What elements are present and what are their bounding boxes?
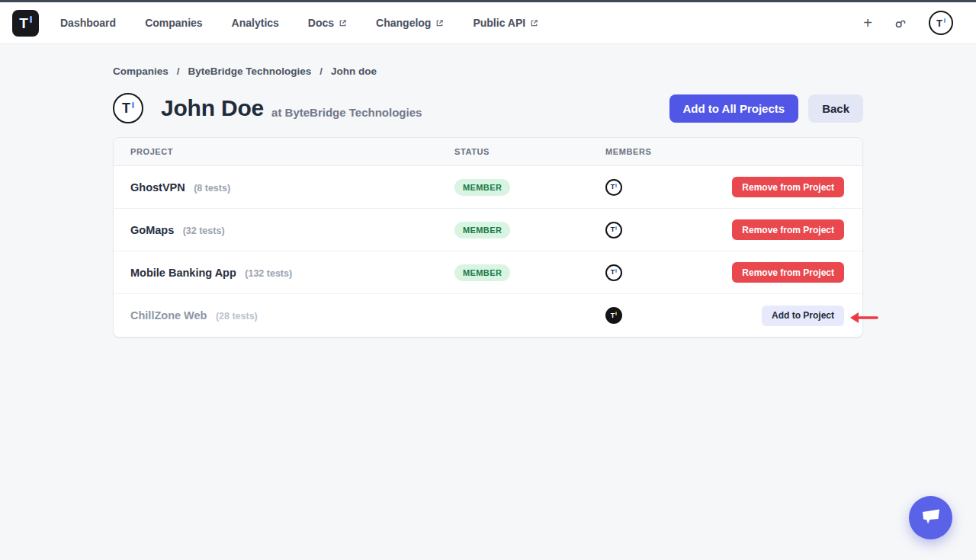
table-row-mobile-banking-app: Mobile Banking App (132 tests) MEMBER T … <box>114 251 862 294</box>
projects-table: PROJECT STATUS MEMBERS GhostVPN (8 tests… <box>113 137 863 338</box>
status-badge: MEMBER <box>454 222 510 238</box>
member-avatar-filled: T <box>605 307 622 324</box>
chat-bubble-icon <box>920 507 941 529</box>
app-logo-letter: T <box>19 16 28 30</box>
nav-item-dashboard[interactable]: Dashboard <box>60 17 116 29</box>
app-logo-accent <box>30 16 32 23</box>
table-row-gomaps: GoMaps (32 tests) MEMBER T Remove from P… <box>114 209 862 251</box>
page-title: John Doe <box>161 95 264 121</box>
project-test-count: (8 tests) <box>194 183 230 194</box>
add-to-all-projects-button[interactable]: Add to All Projects <box>669 94 799 123</box>
breadcrumb-separator: / <box>177 66 180 77</box>
external-link-icon <box>339 19 347 27</box>
status-badge: MEMBER <box>454 264 510 281</box>
project-name: GhostVPN <box>130 181 185 194</box>
status-cell: MEMBER <box>454 179 605 196</box>
member-avatar-accent <box>615 226 617 230</box>
project-test-count: (132 tests) <box>245 268 292 279</box>
page-subtitle: at ByteBridge Technologies <box>271 98 422 119</box>
remove-from-project-button[interactable]: Remove from Project <box>732 219 844 240</box>
status-badge: MEMBER <box>454 179 510 196</box>
header-actions: Add to All Projects Back <box>669 94 863 123</box>
app-logo[interactable]: T <box>12 10 39 37</box>
person-avatar-logo-accent <box>132 102 134 108</box>
nav-links: Dashboard Companies Analytics Docs Chang… <box>60 17 538 29</box>
nav-item-companies[interactable]: Companies <box>145 17 202 29</box>
nav-item-docs[interactable]: Docs <box>308 17 347 29</box>
project-test-count: (32 tests) <box>183 226 225 236</box>
member-avatar-accent <box>615 184 617 187</box>
page-header: T John Doe at ByteBridge Technologies Ad… <box>113 93 863 123</box>
remove-from-project-button[interactable]: Remove from Project <box>732 262 844 283</box>
search-icon[interactable] <box>894 16 907 30</box>
breadcrumb: Companies / ByteBridge Technologies / Jo… <box>113 66 863 77</box>
user-avatar-logo-letter: T <box>936 18 942 28</box>
breadcrumb-companies[interactable]: Companies <box>113 66 169 77</box>
plus-icon[interactable]: + <box>863 15 872 30</box>
member-avatar: T <box>605 179 622 196</box>
table-row-chillzone-web: ChillZone Web (28 tests) T Add to Projec… <box>114 294 862 337</box>
member-avatar: T <box>605 264 622 281</box>
project-test-count: (28 tests) <box>216 311 258 322</box>
main-content: Companies / ByteBridge Technologies / Jo… <box>113 66 863 338</box>
members-cell: T <box>605 307 727 324</box>
remove-from-project-button[interactable]: Remove from Project <box>732 177 844 197</box>
members-cell: T <box>605 264 727 281</box>
external-link-icon <box>435 19 444 27</box>
nav-item-analytics[interactable]: Analytics <box>232 17 279 29</box>
project-name: GoMaps <box>130 224 174 236</box>
action-cell: Remove from Project <box>727 262 844 283</box>
members-cell: T <box>605 222 727 238</box>
members-cell: T <box>605 179 727 196</box>
column-header-members: MEMBERS <box>605 147 727 156</box>
column-header-status: STATUS <box>454 147 605 156</box>
column-header-project: PROJECT <box>130 147 454 156</box>
breadcrumb-company-name[interactable]: ByteBridge Technologies <box>188 66 312 77</box>
person-avatar: T <box>113 93 143 123</box>
status-cell: MEMBER <box>454 222 605 238</box>
nav-item-public-api[interactable]: Public API <box>473 17 538 29</box>
external-link-icon <box>530 19 538 27</box>
action-cell: Remove from Project <box>727 219 844 240</box>
action-cell: Remove from Project <box>727 177 844 197</box>
project-name: ChillZone Web <box>130 309 207 322</box>
navbar-right: + T <box>863 11 964 35</box>
breadcrumb-current-page: John doe <box>331 66 377 77</box>
person-avatar-logo-letter: T <box>122 101 130 115</box>
nav-item-changelog[interactable]: Changelog <box>376 17 444 29</box>
breadcrumb-separator: / <box>319 66 323 77</box>
project-cell: ChillZone Web (28 tests) <box>130 309 454 322</box>
chat-widget-button[interactable] <box>909 496 952 539</box>
table-row-ghostvpn: GhostVPN (8 tests) MEMBER T Remove from … <box>114 166 862 209</box>
project-cell: Mobile Banking App (132 tests) <box>130 266 454 280</box>
top-navbar: T Dashboard Companies Analytics Docs Cha… <box>0 2 976 44</box>
project-cell: GoMaps (32 tests) <box>130 223 454 237</box>
user-avatar-logo-accent <box>944 18 946 23</box>
table-header-row: PROJECT STATUS MEMBERS <box>114 138 862 166</box>
member-avatar-accent <box>615 312 617 315</box>
member-avatar-accent <box>615 269 617 273</box>
project-name: Mobile Banking App <box>130 267 236 279</box>
add-to-project-button[interactable]: Add to Project <box>762 306 844 326</box>
action-cell: Add to Project <box>727 306 844 326</box>
status-cell: MEMBER <box>454 264 605 281</box>
back-button[interactable]: Back <box>808 94 863 123</box>
user-avatar[interactable]: T <box>929 11 953 35</box>
member-avatar: T <box>605 222 622 238</box>
project-cell: GhostVPN (8 tests) <box>130 181 454 194</box>
